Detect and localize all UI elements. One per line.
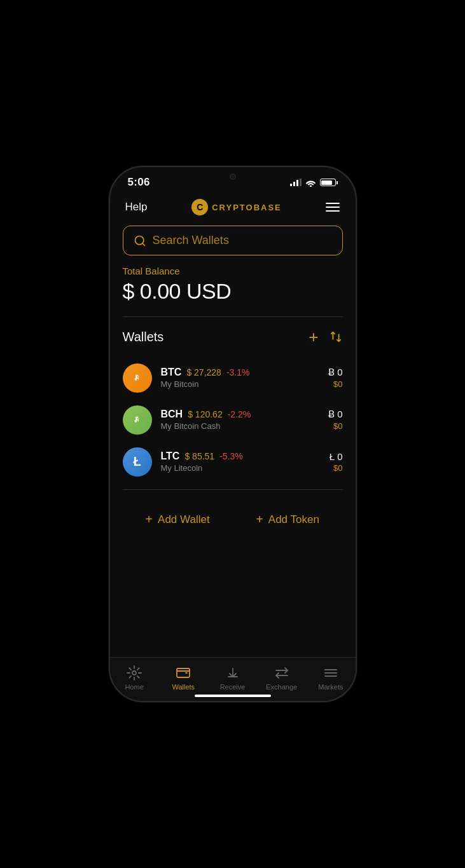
wallet-balance-ltc: Ł 0 $0 xyxy=(330,451,343,473)
app-header: Help C CRYPTOBASE xyxy=(110,194,356,223)
search-container: Search Wallets xyxy=(110,223,356,266)
divider-top xyxy=(123,316,343,317)
total-balance-label: Total Balance xyxy=(123,266,343,276)
coin-icon-btc xyxy=(123,363,152,393)
wifi-icon xyxy=(305,179,316,187)
home-nav-label: Home xyxy=(125,683,143,691)
add-token-plus-icon: + xyxy=(256,512,263,527)
svg-line-1 xyxy=(142,243,144,245)
screen: 5:06 Help xyxy=(110,167,356,701)
add-wallet-icon-btn[interactable]: + xyxy=(309,327,318,347)
coin-price-bch: $ 120.62 xyxy=(188,409,223,419)
coin-icon-ltc: Ł xyxy=(123,447,152,477)
hamburger-button[interactable] xyxy=(326,203,340,212)
total-balance-value: $ 0.00 USD xyxy=(123,279,343,304)
home-nav-icon xyxy=(127,665,142,681)
exchange-nav-icon xyxy=(274,665,289,681)
search-icon xyxy=(134,234,146,247)
markets-nav-label: Markets xyxy=(318,683,343,691)
wallet-item-bch[interactable]: BCH $ 120.62 -2.2% My Bitcoin Cash Ƀ 0 $… xyxy=(123,399,343,441)
coin-name-ltc: My Litecoin xyxy=(161,463,321,473)
wallet-balance-bch: Ƀ 0 $0 xyxy=(328,409,343,431)
balance-usd-bch: $0 xyxy=(328,421,343,431)
nav-receive[interactable]: Receive xyxy=(208,665,257,691)
balance-crypto-btc: Ƀ 0 xyxy=(328,367,343,378)
wallet-info-ltc: LTC $ 85.51 -5.3% My Litecoin xyxy=(161,451,321,473)
coin-name-btc: My Bitcoin xyxy=(161,379,319,389)
wallet-balance-btc: Ƀ 0 $0 xyxy=(328,367,343,389)
wallets-nav-icon xyxy=(176,665,191,681)
wallet-info-btc: BTC $ 27,228 -3.1% My Bitcoin xyxy=(161,367,319,389)
phone-frame: 5:06 Help xyxy=(109,166,357,702)
wallets-actions: + xyxy=(309,327,342,347)
main-content: Total Balance $ 0.00 USD Wallets + xyxy=(110,266,356,657)
add-wallet-plus-icon: + xyxy=(145,512,153,527)
wallets-nav-label: Wallets xyxy=(172,683,195,691)
status-time: 5:06 xyxy=(128,176,150,189)
receive-nav-icon xyxy=(225,665,240,681)
status-icons xyxy=(290,179,338,187)
logo-text: CRYPTOBASE xyxy=(212,203,282,212)
add-token-button[interactable]: + Add Token xyxy=(233,512,343,527)
add-token-label: Add Token xyxy=(268,513,319,526)
wallets-header: Wallets + xyxy=(123,327,343,347)
exchange-nav-label: Exchange xyxy=(266,683,297,691)
signal-icon xyxy=(290,179,302,186)
markets-nav-icon xyxy=(323,665,338,681)
battery-icon xyxy=(320,179,338,186)
coin-price-btc: $ 27,228 xyxy=(186,367,221,377)
coin-name-bch: My Bitcoin Cash xyxy=(161,421,319,431)
wallet-item-btc[interactable]: BTC $ 27,228 -3.1% My Bitcoin Ƀ 0 $0 xyxy=(123,357,343,399)
search-placeholder: Search Wallets xyxy=(153,234,229,247)
nav-wallets[interactable]: Wallets xyxy=(159,665,208,691)
wallet-item-ltc[interactable]: Ł LTC $ 85.51 -5.3% My Litecoin Ł 0 $0 xyxy=(123,441,343,483)
coin-change-btc: -3.1% xyxy=(226,367,250,377)
coin-price-ltc: $ 85.51 xyxy=(184,451,214,461)
balance-usd-btc: $0 xyxy=(328,379,343,389)
add-buttons: + Add Wallet + Add Token xyxy=(123,502,343,527)
coin-symbol-ltc: LTC xyxy=(161,451,180,462)
wallet-info-bch: BCH $ 120.62 -2.2% My Bitcoin Cash xyxy=(161,409,319,431)
coin-symbol-btc: BTC xyxy=(161,367,182,378)
balance-crypto-bch: Ƀ 0 xyxy=(328,409,343,420)
header-logo: C CRYPTOBASE xyxy=(191,199,282,215)
bottom-nav: Home Wallets Receive xyxy=(110,657,356,696)
svg-rect-3 xyxy=(177,668,190,677)
coin-symbol-bch: BCH xyxy=(161,409,183,420)
coin-change-ltc: -5.3% xyxy=(219,451,243,461)
divider-bottom xyxy=(123,489,343,490)
balance-crypto-ltc: Ł 0 xyxy=(330,451,343,462)
add-wallet-button[interactable]: + Add Wallet xyxy=(123,512,233,527)
add-wallet-label: Add Wallet xyxy=(158,513,210,526)
coin-change-bch: -2.2% xyxy=(228,409,251,419)
search-box[interactable]: Search Wallets xyxy=(123,226,343,255)
svg-point-2 xyxy=(132,671,136,675)
coin-icon-bch xyxy=(123,405,152,435)
notch xyxy=(193,167,273,189)
receive-nav-label: Receive xyxy=(220,683,246,691)
logo-icon: C xyxy=(191,199,208,215)
balance-usd-ltc: $0 xyxy=(330,463,343,473)
nav-markets[interactable]: Markets xyxy=(306,665,355,691)
sort-icon[interactable] xyxy=(329,330,343,344)
camera-dot xyxy=(230,173,236,180)
nav-exchange[interactable]: Exchange xyxy=(257,665,306,691)
wallets-title: Wallets xyxy=(123,330,164,344)
nav-home[interactable]: Home xyxy=(110,665,159,691)
help-link[interactable]: Help xyxy=(125,201,148,214)
home-indicator xyxy=(110,696,356,701)
